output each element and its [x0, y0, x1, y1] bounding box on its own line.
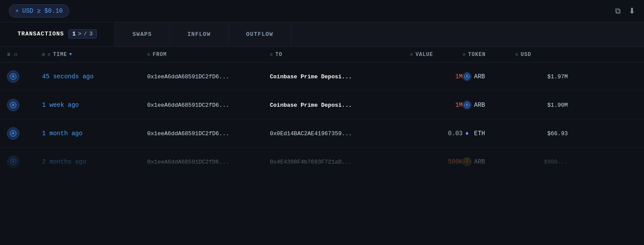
page-separator: > — [78, 31, 82, 37]
copy-button[interactable]: ⧉ — [615, 7, 621, 16]
filter-icon-from: ≡ — [147, 52, 150, 57]
to-label: TO — [275, 52, 282, 58]
filter-icon-usd: ≡ — [515, 52, 518, 57]
filter-icon-1[interactable]: ≡ — [7, 52, 11, 58]
row4-to-value[interactable]: 0x4E4398F4b7683F721aD... — [270, 159, 352, 165]
table-row[interactable]: 1 month ago 0x1eeA6ddA68591DC2fD6... 0x0… — [0, 119, 644, 148]
tab-transactions[interactable]: TRANSACTIONS 1 > / 3 — [0, 22, 115, 46]
arb-token-icon — [463, 158, 471, 166]
row3-from-addr[interactable]: 0x1eeA6ddA68591DC2fD6... — [147, 130, 229, 137]
col-header-usd[interactable]: ≡ USD — [515, 52, 568, 58]
row2-to-value[interactable]: Coinbase Prime Deposi... — [270, 102, 352, 108]
page-divider: / — [84, 31, 88, 37]
link-icon[interactable]: ⚇ — [14, 51, 18, 58]
col-header-to[interactable]: ≡ TO — [270, 52, 410, 58]
row3-icons — [7, 127, 42, 140]
row4-usd: $900... — [515, 158, 568, 165]
arb-logo-icon — [7, 70, 19, 83]
row4-to[interactable]: 0x4E4398F4b7683F721aD... — [270, 158, 410, 165]
row4-from[interactable]: 0x1eeA6ddA68591DC2fD6... — [147, 158, 270, 165]
row1-from-addr[interactable]: 0x1eeA6ddA68591DC2fD6... — [147, 74, 229, 80]
col-header-from[interactable]: ≡ FROM — [147, 52, 270, 58]
row2-value: 1M — [410, 102, 463, 108]
row3-to-value[interactable]: 0x0Ed14BAC2AE41967359... — [270, 130, 352, 137]
table-row[interactable]: 45 seconds ago 0x1eeA6ddA68591DC2fD6... … — [0, 63, 644, 91]
row2-token-symbol: ARB — [474, 102, 485, 108]
arb-logo-icon — [7, 127, 19, 140]
tab-inflow[interactable]: INFLOW — [170, 22, 229, 46]
row2-time-value[interactable]: 1 week ago — [42, 102, 79, 108]
tab-outflow-label: OUTFLOW — [246, 31, 273, 38]
row3-from[interactable]: 0x1eeA6ddA68591DC2fD6... — [147, 130, 270, 137]
svg-point-0 — [10, 74, 16, 80]
row2-to[interactable]: Coinbase Prime Deposi... — [270, 102, 410, 108]
col-header-value[interactable]: ≡ VALUE — [410, 52, 463, 58]
filter-icon-value: ≡ — [410, 52, 413, 57]
col-header-time[interactable]: ⊙ ≡ TIME ▼ — [42, 52, 147, 58]
row1-to-value[interactable]: Coinbase Prime Deposi... — [270, 74, 352, 80]
chip-close-icon[interactable]: × — [15, 8, 19, 14]
row3-to[interactable]: 0x0Ed14BAC2AE41967359... — [270, 130, 410, 137]
row2-icons — [7, 99, 42, 111]
toolbar-icons: ⧉ ⬇ — [615, 6, 635, 16]
clock-icon: ⊙ — [42, 52, 45, 57]
row2-usd: $1.90M — [515, 102, 568, 108]
tab-bar: TRANSACTIONS 1 > / 3 SWAPS INFLOW OUTFLO… — [0, 22, 644, 47]
filter-chips: × USD ≥ $0.10 — [9, 4, 69, 18]
row2-from[interactable]: 0x1eeA6ddA68591DC2fD6... — [147, 102, 270, 108]
row4-time[interactable]: 2 months ago — [42, 158, 147, 165]
row3-time[interactable]: 1 month ago — [42, 130, 147, 137]
row1-value: 1M — [410, 73, 463, 80]
svg-point-4 — [10, 130, 16, 136]
row1-usd-value: $1.97M — [547, 74, 568, 80]
row1-time[interactable]: 45 seconds ago — [42, 73, 147, 80]
row3-usd-value: $66.93 — [547, 130, 568, 137]
table-row[interactable]: 2 months ago 0x1eeA6ddA68591DC2fD6... 0x… — [0, 148, 644, 176]
row4-from-addr[interactable]: 0x1eeA6ddA68591DC2fD6... — [147, 159, 229, 165]
row1-token-symbol: ARB — [474, 73, 485, 80]
row1-value-num: 1M — [455, 73, 463, 80]
filter-bar: × USD ≥ $0.10 ⧉ ⬇ — [0, 0, 644, 22]
time-label: TIME — [53, 52, 67, 58]
svg-point-2 — [10, 102, 16, 108]
row1-time-value[interactable]: 45 seconds ago — [42, 73, 94, 80]
arb-logo-icon — [7, 99, 19, 111]
row1-from[interactable]: 0x1eeA6ddA68591DC2fD6... — [147, 73, 270, 80]
usd-label: USD — [520, 52, 531, 58]
eth-token-icon: ♦ — [463, 129, 471, 138]
row3-value: 0.03 — [410, 130, 463, 137]
total-pages: 3 — [89, 31, 93, 37]
usd-filter-chip[interactable]: × USD ≥ $0.10 — [9, 4, 69, 18]
svg-point-1 — [464, 74, 470, 79]
svg-point-3 — [464, 102, 470, 108]
svg-point-6 — [464, 159, 470, 164]
tab-swaps-label: SWAPS — [132, 31, 152, 38]
from-label: FROM — [152, 52, 166, 58]
col-header-token[interactable]: ≡ TOKEN — [463, 52, 515, 58]
tab-pagination: 1 > / 3 — [68, 29, 97, 38]
current-page: 1 — [72, 31, 76, 37]
value-label: VALUE — [415, 52, 433, 58]
download-button[interactable]: ⬇ — [629, 6, 635, 16]
token-label: TOKEN — [468, 52, 485, 58]
filter-icon-token: ≡ — [463, 52, 466, 57]
row2-token[interactable]: ARB — [463, 101, 515, 109]
column-headers: ≡ ⚇ ⊙ ≡ TIME ▼ ≡ FROM ≡ TO ≡ VALUE ≡ TOK… — [0, 47, 644, 63]
row1-to[interactable]: Coinbase Prime Deposi... — [270, 73, 410, 80]
row4-token[interactable]: ARB — [463, 158, 515, 166]
row4-value-num: 500K — [448, 158, 463, 165]
row2-from-addr[interactable]: 0x1eeA6ddA68591DC2fD6... — [147, 102, 229, 108]
tab-transactions-label: TRANSACTIONS — [18, 31, 64, 37]
row3-token[interactable]: ♦ ETH — [463, 129, 515, 138]
row3-time-value[interactable]: 1 month ago — [42, 130, 82, 137]
tab-swaps[interactable]: SWAPS — [115, 22, 170, 46]
tab-outflow[interactable]: OUTFLOW — [229, 22, 291, 46]
row1-token[interactable]: ARB — [463, 72, 515, 81]
arb-token-icon — [463, 72, 471, 81]
table-row[interactable]: 1 week ago 0x1eeA6ddA68591DC2fD6... Coin… — [0, 91, 644, 119]
svg-point-5 — [10, 159, 16, 165]
table-body: 45 seconds ago 0x1eeA6ddA68591DC2fD6... … — [0, 63, 644, 176]
filter-icon-to: ≡ — [270, 52, 273, 57]
row4-time-value[interactable]: 2 months ago — [42, 158, 86, 165]
row2-time[interactable]: 1 week ago — [42, 102, 147, 108]
